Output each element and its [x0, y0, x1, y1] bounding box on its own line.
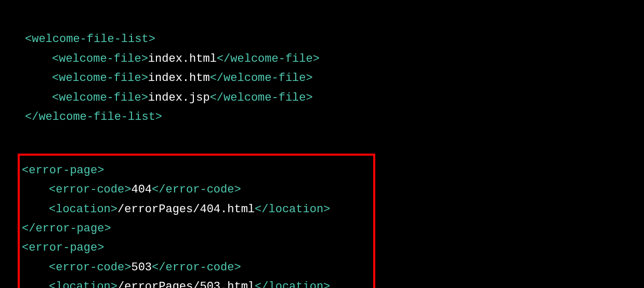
location-value: /errorPages/404.html	[117, 203, 255, 216]
welcome-file-value: index.html	[148, 52, 217, 65]
error-code-value: 404	[131, 183, 152, 196]
error-page-close-tag: </error-page>	[22, 222, 111, 235]
welcome-file-close-tag: </welcome-file>	[210, 91, 313, 104]
error-code-value: 503	[131, 261, 152, 274]
location-open-tag: <location>	[49, 203, 117, 216]
welcome-file-open-tag: <welcome-file>	[52, 91, 148, 104]
welcome-file-close-tag: </welcome-file>	[217, 52, 320, 65]
error-code-open-tag: <error-code>	[49, 183, 131, 196]
location-value: /errorPages/503.html	[117, 280, 255, 288]
location-close-tag: </location>	[255, 280, 330, 288]
welcome-file-open-tag: <welcome-file>	[52, 52, 148, 65]
welcome-file-list-open-tag: <welcome-file-list>	[25, 33, 155, 46]
location-open-tag: <location>	[49, 280, 117, 288]
welcome-file-value: index.jsp	[148, 91, 210, 104]
error-code-open-tag: <error-code>	[49, 261, 131, 274]
welcome-file-value: index.htm	[148, 72, 210, 85]
code-editor: <welcome-file-list> <welcome-file>index.…	[25, 10, 619, 288]
welcome-file-open-tag: <welcome-file>	[52, 72, 148, 85]
error-page-open-tag: <error-page>	[22, 241, 104, 254]
welcome-file-list-close-tag: </welcome-file-list>	[25, 111, 162, 124]
error-page-open-tag: <error-page>	[22, 164, 104, 177]
error-page-highlight-box: <error-page> <error-code>404</error-code…	[18, 154, 375, 288]
location-close-tag: </location>	[255, 203, 330, 216]
welcome-file-list-block: <welcome-file-list> <welcome-file>index.…	[25, 30, 619, 127]
error-code-close-tag: </error-code>	[152, 261, 241, 274]
error-code-close-tag: </error-code>	[152, 183, 241, 196]
welcome-file-close-tag: </welcome-file>	[210, 72, 313, 85]
